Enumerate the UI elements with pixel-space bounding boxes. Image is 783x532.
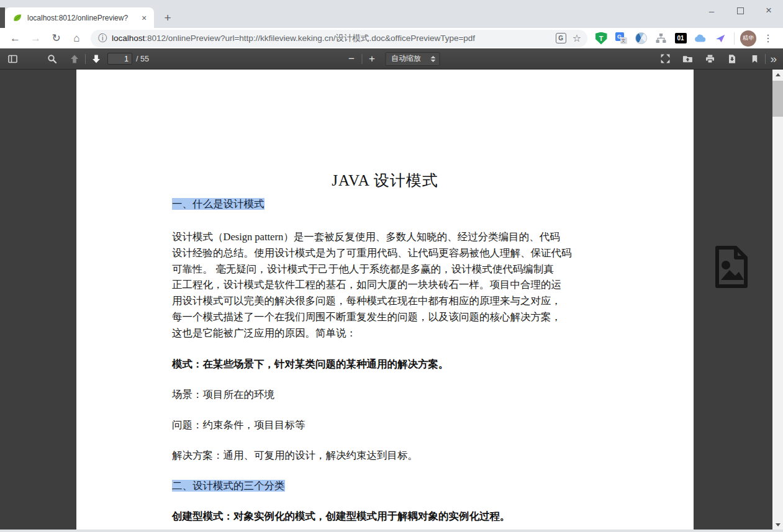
select-spinner-icon (430, 56, 435, 62)
reload-icon[interactable]: ↻ (48, 30, 64, 47)
window-controls: – × (697, 0, 783, 21)
tab-title: localhost:8012/onlinePreview? (27, 14, 139, 22)
titlebar: localhost:8012/onlinePreview? × + – × (0, 0, 783, 28)
find-icon[interactable] (43, 51, 61, 67)
maximize-icon (737, 7, 744, 14)
zoom-out-icon[interactable]: − (343, 51, 360, 67)
toolbar-separator (361, 54, 362, 64)
window-close-button[interactable]: × (754, 0, 783, 21)
document-title: JAVA 设计模式 (76, 170, 694, 191)
extension-translate-icon[interactable]: G 文 (612, 30, 630, 47)
sidebar-toggle-icon[interactable] (4, 51, 21, 67)
page-number-input[interactable] (107, 53, 132, 65)
paragraph-line: 可靠性。 毫无疑问，设计模式于己于他人于系统都是多赢的，设计模式使代码编制真 (172, 261, 605, 277)
profile-avatar[interactable]: 精华 (740, 30, 757, 47)
extension-cloud-icon[interactable] (692, 30, 709, 47)
scrollbar[interactable] (772, 70, 783, 530)
pdf-page: JAVA 设计模式 一、什么是设计模式 设计模式（Design pattern）… (76, 70, 694, 530)
new-tab-button[interactable]: + (160, 11, 175, 25)
next-page-icon[interactable] (88, 51, 105, 67)
toolbar-separator (734, 32, 735, 45)
open-file-icon[interactable] (679, 51, 696, 67)
zoom-scale-select[interactable]: 自动缩放 (385, 52, 440, 66)
extension-sitemap-icon[interactable] (652, 30, 669, 47)
paragraph-line: 每一个模式描述了一个在我们周围不断重复发生的问题，以及该问题的核心解决方案， (172, 309, 605, 325)
browser-menu-icon[interactable]: ⋮ (759, 30, 777, 47)
page-count-label: / 55 (136, 55, 149, 63)
forward-icon[interactable]: → (28, 30, 43, 47)
extension-01-icon[interactable]: 01 (672, 30, 689, 47)
paragraph-line: 这也是它能被广泛应用的原因。简单说： (172, 325, 605, 341)
back-icon[interactable]: ← (7, 30, 23, 47)
scrollbar-thumb[interactable] (772, 81, 783, 117)
translate-page-icon[interactable]: G (556, 33, 566, 43)
window-edge-strip (0, 7, 5, 28)
url-path: :8012/onlinePreview?url=http://kkfilevie… (145, 34, 475, 43)
url-text: localhost:8012/onlinePreview?url=http://… (112, 33, 556, 44)
bold-creational-line: 创建型模式：对象实例化的模式，创建型模式用于解耦对象的实例化过程。 (172, 510, 510, 523)
pdf-viewer-area: JAVA 设计模式 一、什么是设计模式 设计模式（Design pattern）… (0, 70, 783, 530)
bold-pattern-line: 模式：在某些场景下，针对某类问题的某种通用的解决方案。 (172, 358, 449, 371)
pdf-toolbar-right: » (656, 51, 779, 67)
print-icon[interactable] (701, 51, 718, 67)
extensions-row: T G 文 01 (591, 30, 778, 47)
window-minimize-button[interactable]: – (697, 0, 726, 21)
browser-tab[interactable]: localhost:8012/onlinePreview? × (5, 7, 154, 28)
url-host: localhost (112, 34, 145, 43)
bookmark-star-icon[interactable]: ☆ (573, 32, 581, 44)
window-maximize-button[interactable] (726, 0, 754, 21)
problem-line: 问题：约束条件，项目目标等 (172, 418, 306, 432)
extension-bird-icon[interactable] (712, 30, 729, 47)
zoom-in-icon[interactable]: + (364, 51, 380, 67)
url-bar[interactable]: ⓘ localhost:8012/onlinePreview?url=http:… (91, 30, 587, 47)
presentation-mode-icon[interactable] (656, 51, 674, 67)
download-icon[interactable] (723, 51, 741, 67)
pdf-toolbar: / 55 − + 自动缩放 (0, 48, 783, 70)
home-icon[interactable]: ⌂ (69, 30, 84, 47)
solution-line: 解决方案：通用、可复用的设计，解决约束达到目标。 (172, 449, 418, 462)
extension-shield-icon[interactable]: T (592, 30, 610, 47)
spring-leaf-favicon (12, 13, 22, 23)
document-paragraph: 设计模式（Design pattern）是一套被反复使用、多数人知晓的、经过分类… (172, 229, 605, 341)
zoom-controls: − + 自动缩放 (343, 51, 440, 67)
tab-close-icon[interactable]: × (139, 13, 149, 23)
paragraph-line: 用设计模式可以完美的解决很多问题，每种模式在现在中都有相应的原理来与之对应， (172, 293, 605, 309)
toolbar-separator (85, 54, 86, 64)
scrollbar-down-icon[interactable] (772, 520, 783, 530)
more-tools-icon[interactable]: » (767, 53, 779, 65)
site-info-icon[interactable]: ⓘ (98, 33, 107, 44)
document-heading-1: 一、什么是设计模式 (172, 197, 265, 211)
scrollbar-up-icon[interactable] (772, 70, 783, 79)
paragraph-line: 设计模式（Design pattern）是一套被反复使用、多数人知晓的、经过分类… (172, 229, 605, 245)
extension-proxy-icon[interactable] (632, 30, 649, 47)
toolbar-separator (765, 54, 766, 64)
window-bottom-edge (0, 530, 783, 532)
paragraph-line: 设计经验的总结。使用设计模式是为了可重用代码、让代码更容易被他人理解、保证代码 (172, 245, 605, 261)
previous-page-icon[interactable] (66, 51, 83, 67)
browser-navbar: ← → ↻ ⌂ ⓘ localhost:8012/onlinePreview?u… (0, 28, 783, 48)
document-heading-2: 二、设计模式的三个分类 (172, 479, 285, 493)
scene-line: 场景：项目所在的环境 (172, 388, 274, 402)
bookmark-icon[interactable] (746, 51, 763, 67)
paragraph-line: 正工程化，设计模式是软件工程的基石，如同大厦的一块块砖石一样。项目中合理的运 (172, 277, 605, 293)
image-preview-icon[interactable] (708, 244, 753, 291)
